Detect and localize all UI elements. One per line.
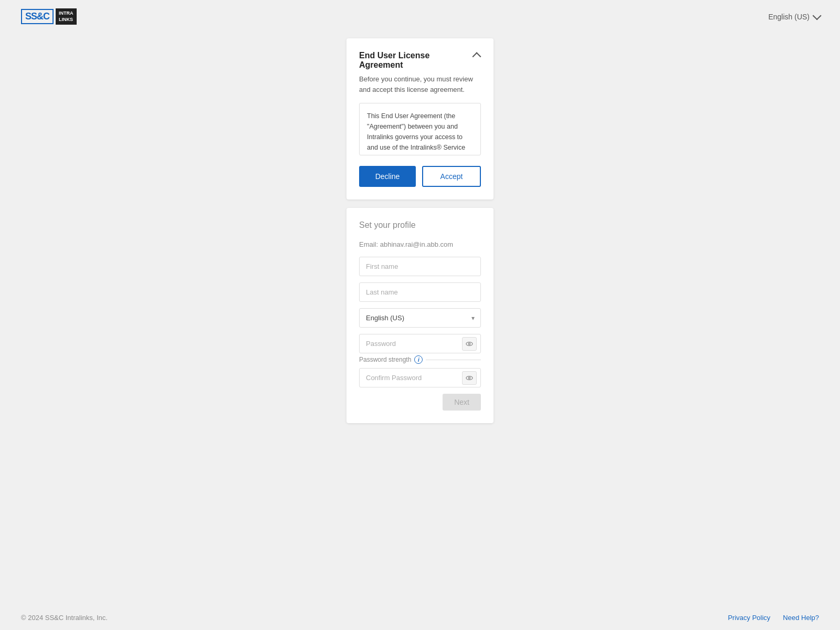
confirm-password-field [359, 368, 481, 387]
eula-text-box: This End User Agreement (the "Agreement"… [359, 103, 481, 155]
footer-links: Privacy Policy Need Help? [728, 614, 819, 622]
info-icon[interactable]: i [414, 355, 423, 364]
profile-title: Set your profile [359, 220, 481, 230]
accept-button[interactable]: Accept [422, 166, 481, 187]
eula-title: End User License Agreement [359, 51, 472, 70]
language-selector[interactable]: English (US) [768, 13, 819, 21]
next-button[interactable]: Next [443, 394, 481, 411]
profile-card: Set your profile Email: abhinav.rai@in.a… [346, 208, 494, 423]
eula-subtitle: Before you continue, you must review and… [359, 74, 481, 94]
eula-body-text: This End User Agreement (the "Agreement"… [367, 112, 468, 155]
confirm-password-toggle-button[interactable] [462, 371, 477, 385]
password-toggle-button[interactable] [462, 337, 477, 351]
logo-area: SS&C INTRA LINKS [21, 8, 77, 25]
footer: © 2024 SS&C Intralinks, Inc. Privacy Pol… [0, 605, 840, 630]
password-field [359, 334, 481, 353]
language-label: English (US) [768, 13, 810, 21]
first-name-input[interactable] [359, 257, 481, 276]
privacy-policy-link[interactable]: Privacy Policy [728, 614, 770, 622]
eula-card: End User License Agreement Before you co… [346, 38, 494, 200]
svg-point-3 [468, 377, 470, 379]
copyright-text: © 2024 SS&C Intralinks, Inc. [21, 614, 108, 622]
last-name-input[interactable] [359, 282, 481, 302]
password-strength-row: Password strength i [359, 355, 481, 364]
eula-header: End User License Agreement [359, 51, 481, 70]
language-select[interactable]: English (US) [359, 308, 481, 328]
need-help-link[interactable]: Need Help? [783, 614, 819, 622]
language-chevron-icon [813, 11, 822, 20]
email-display: Email: abhinav.rai@in.abb.com [359, 240, 481, 248]
eye-icon [465, 340, 474, 348]
password-strength-label: Password strength [359, 356, 411, 363]
eula-buttons: Decline Accept [359, 166, 481, 187]
collapse-icon[interactable] [472, 51, 481, 59]
main-content: End User License Agreement Before you co… [0, 33, 840, 605]
eye-icon-confirm [465, 374, 474, 382]
last-name-field [359, 282, 481, 302]
decline-button[interactable]: Decline [359, 166, 416, 187]
first-name-field [359, 257, 481, 276]
svg-point-1 [468, 343, 470, 344]
intralinks-logo: INTRA LINKS [56, 8, 77, 25]
ssc-logo: SS&C [21, 9, 54, 24]
language-field: English (US) ▾ [359, 308, 481, 328]
header: SS&C INTRA LINKS English (US) [0, 0, 840, 33]
strength-line [426, 360, 481, 360]
